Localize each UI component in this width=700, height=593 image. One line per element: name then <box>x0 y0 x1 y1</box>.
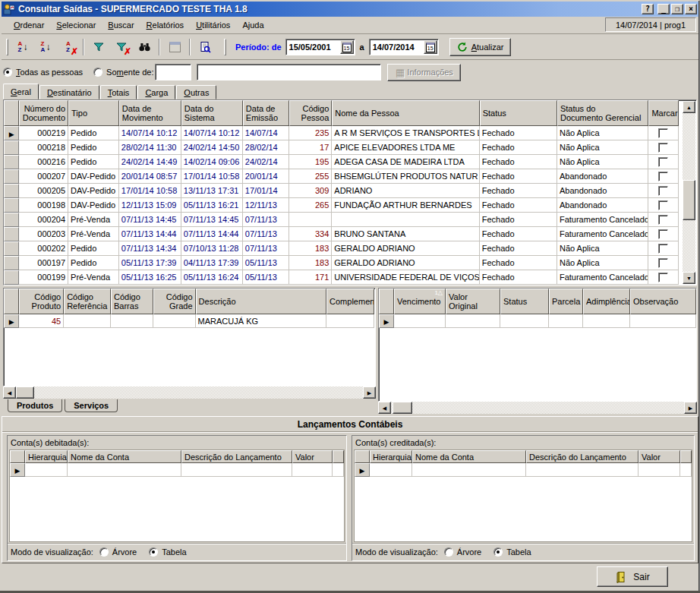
debit-tree-radio[interactable] <box>99 547 109 557</box>
close-button[interactable]: × <box>685 4 697 14</box>
grid-cell[interactable] <box>292 463 333 477</box>
column-header[interactable]: Hierarquia <box>370 450 412 463</box>
grid-cell[interactable]: ADRIANO <box>332 184 479 198</box>
grid-cell[interactable]: DAV-Pedido <box>68 198 119 213</box>
column-header[interactable]: Nome da Conta <box>412 450 526 463</box>
clear-sort-button[interactable]: AZ ✗ <box>57 37 80 57</box>
grid-cell[interactable]: 17/01/14 10:58 <box>181 169 243 184</box>
grid-cell[interactable] <box>648 241 679 256</box>
grid-cell[interactable]: 000202 <box>19 241 68 256</box>
report-preview-button[interactable] <box>194 37 216 57</box>
grid-cell[interactable] <box>526 463 639 477</box>
grid-config-button-disabled[interactable] <box>163 37 186 57</box>
grid-cell[interactable]: UNIVERSIDADE FEDERAL DE VIÇOS. <box>332 270 479 285</box>
grid-cell[interactable]: Faturamento Cancelado <box>557 213 648 227</box>
column-header[interactable]: Status <box>480 100 557 126</box>
grid-cell[interactable]: Fechado <box>480 126 557 140</box>
grid-cell[interactable] <box>549 314 583 328</box>
grid-cell[interactable] <box>648 227 679 241</box>
column-header[interactable]: Data de Movimento <box>119 100 181 126</box>
grid-cell[interactable]: 14/07/14 <box>243 126 289 140</box>
credit-table-radio[interactable] <box>493 547 503 557</box>
scroll-up-button[interactable]: ▲ <box>683 101 695 113</box>
column-header[interactable]: Hierarquia <box>25 450 68 463</box>
tab-totais[interactable]: Totais <box>100 85 137 99</box>
grid-cell[interactable]: 07/10/13 11:28 <box>181 241 243 256</box>
grid-cell[interactable]: 20/01/14 <box>243 169 289 184</box>
column-header[interactable]: Valor <box>639 450 680 463</box>
grid-cell[interactable] <box>412 463 526 477</box>
grid-cell[interactable]: Pedido <box>68 155 119 169</box>
grid-cell[interactable]: ADEGA CASA DE MADEIRA LTDA <box>332 155 479 169</box>
row-checkbox[interactable] <box>658 143 668 153</box>
grid-cell[interactable]: 17/01/14 <box>243 184 289 198</box>
column-header[interactable] <box>333 450 344 463</box>
grid-cell[interactable]: Abandonado <box>557 198 648 213</box>
scroll-thumb[interactable] <box>16 386 34 399</box>
column-header[interactable]: Código Barras <box>111 289 153 314</box>
grid-cell[interactable]: 05/11/13 <box>243 270 289 285</box>
grid-cell[interactable]: 13/11/13 17:31 <box>181 184 243 198</box>
grid-cell[interactable]: Fechado <box>480 140 557 155</box>
grid-cell[interactable]: 07/11/13 14:45 <box>181 213 243 227</box>
grid-cell[interactable]: Abandonado <box>557 184 648 198</box>
grid-cell[interactable]: Fechado <box>480 198 557 213</box>
column-header[interactable]: Valor <box>292 450 333 463</box>
grid-cell[interactable]: 000205 <box>19 184 68 198</box>
grid-cell[interactable]: Pré-Venda <box>68 227 119 241</box>
grid-cell[interactable]: Faturamento Cancelado <box>557 227 648 241</box>
grid-cell[interactable]: 07/11/13 <box>243 227 289 241</box>
row-checkbox[interactable] <box>658 157 668 167</box>
grid-cell[interactable]: 45 <box>19 314 64 328</box>
grid-cell[interactable]: 171 <box>289 270 333 285</box>
all-people-radio[interactable] <box>3 68 12 77</box>
grid-cell[interactable]: Fechado <box>480 155 557 169</box>
scroll-down-button[interactable]: ▼ <box>683 272 695 284</box>
grid-cell[interactable]: 000216 <box>19 155 68 169</box>
table-radio-label[interactable]: Tabela <box>506 547 531 557</box>
column-header[interactable]: Vencimento1△ <box>394 289 446 314</box>
grid-cell[interactable] <box>333 463 344 477</box>
column-header[interactable]: Data de Emissão <box>243 100 289 126</box>
grid-cell[interactable]: 265 <box>289 198 333 213</box>
grid-cell[interactable] <box>680 463 692 477</box>
grid-cell[interactable] <box>648 140 679 155</box>
grid-cell[interactable]: APICE ELEVADORES LTDA ME <box>332 140 479 155</box>
grid-cell[interactable] <box>648 270 679 285</box>
tree-radio-label[interactable]: Árvore <box>457 547 481 557</box>
row-checkbox[interactable] <box>658 172 668 181</box>
tab-geral[interactable]: Geral <box>3 84 39 99</box>
grid-cell[interactable]: Fechado <box>480 169 557 184</box>
scroll-right-button[interactable]: ▶ <box>684 402 697 414</box>
grid-cell[interactable]: 28/02/14 <box>243 140 289 155</box>
filter-button[interactable] <box>87 37 110 57</box>
grid-cell[interactable] <box>648 213 679 227</box>
grid-cell[interactable]: FUNDAÇÃO ARTHUR BERNARDES <box>332 198 479 213</box>
clear-filter-button[interactable]: ✗ <box>110 37 133 57</box>
column-header[interactable]: Código Produto <box>19 289 64 314</box>
row-checkbox[interactable] <box>658 244 668 254</box>
column-header[interactable]: Complemento <box>326 289 374 314</box>
scroll-right-button[interactable]: ▶ <box>363 386 376 399</box>
column-header[interactable]: Parcela <box>549 289 583 314</box>
grid-cell[interactable] <box>289 213 333 227</box>
grid-cell[interactable]: Pedido <box>68 241 119 256</box>
grid-cell[interactable]: Fechado <box>480 227 557 241</box>
installments-grid-hscrollbar[interactable]: ◀ ▶ <box>378 402 697 414</box>
row-checkbox[interactable] <box>658 128 668 138</box>
maximize-button[interactable]: ❐ <box>671 4 683 14</box>
grid-cell[interactable]: 07/11/13 <box>243 241 289 256</box>
column-header[interactable]: Data do Sistema <box>181 100 243 126</box>
tree-radio-label[interactable]: Árvore <box>112 547 137 557</box>
grid-cell[interactable]: 17 <box>289 140 333 155</box>
menu-relatorios[interactable]: Relatórios <box>140 19 191 31</box>
column-header[interactable]: Marcar <box>648 100 679 126</box>
grid-cell[interactable]: 183 <box>289 241 333 256</box>
grid-cell[interactable]: 183 <box>289 256 333 270</box>
row-checkbox[interactable] <box>658 273 668 282</box>
grid-cell[interactable] <box>153 314 196 328</box>
grid-cell[interactable]: 05/11/13 17:39 <box>119 256 181 270</box>
products-grid-hscrollbar[interactable]: ◀ ▶ <box>3 386 376 399</box>
column-header[interactable]: Tipo <box>68 100 119 126</box>
grid-cell[interactable]: 000218 <box>19 140 68 155</box>
